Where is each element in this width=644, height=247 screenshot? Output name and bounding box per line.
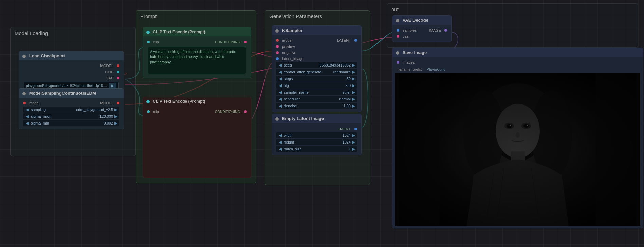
scheduler-widget[interactable]: ◀ scheduler normal ▶ xyxy=(276,96,357,102)
ksampler-negative-dot xyxy=(276,51,279,54)
ksampler-positive-input: positive xyxy=(275,44,358,49)
clip-negative-body: clip CONDITIONING xyxy=(143,106,251,117)
height-increase-btn[interactable]: ▶ xyxy=(352,140,355,145)
steps-decrease-btn[interactable]: ◀ xyxy=(278,76,282,81)
sampler-decrease-btn[interactable]: ◀ xyxy=(278,90,282,95)
save-image-filename-row: filename_prefix Playground xyxy=(395,66,640,73)
control-increase-btn[interactable]: ▶ xyxy=(352,70,355,74)
batch-value: 1 xyxy=(349,147,352,151)
steps-widget[interactable]: ◀ steps 50 ▶ xyxy=(276,76,357,82)
sigma-min-increase-btn[interactable]: ▶ xyxy=(114,121,117,126)
batch-label: batch_size xyxy=(282,147,349,151)
empty-latent-output: LATENT xyxy=(275,126,358,132)
model-sampling-title: ModelSamplingContinuousEDM xyxy=(19,89,124,98)
group-out-title: out xyxy=(387,4,638,15)
sigma-min-widget[interactable]: ◀ sigma_min 0.002 ▶ xyxy=(23,120,119,126)
sampling-increase-btn[interactable]: ▶ xyxy=(114,107,117,112)
cfg-increase-btn[interactable]: ▶ xyxy=(352,83,355,88)
empty-latent-title: Empty Latent Image xyxy=(272,114,361,123)
batch-increase-btn[interactable]: ▶ xyxy=(352,147,355,151)
ksampler-negative-label: negative xyxy=(280,51,357,55)
filename-prefix-value[interactable]: Playground xyxy=(424,66,448,72)
samples-input-label: samples xyxy=(401,28,422,32)
vae-decode-status-dot xyxy=(396,19,399,22)
height-decrease-btn[interactable]: ◀ xyxy=(278,140,282,145)
seed-increase-btn[interactable]: ▶ xyxy=(352,63,355,68)
cfg-label: cfg xyxy=(282,83,346,88)
control-decrease-btn[interactable]: ◀ xyxy=(278,70,282,74)
conditioning-output-label: CONDITIONING xyxy=(215,40,243,44)
model-output-dot xyxy=(117,64,119,67)
ksampler-model-dot xyxy=(276,39,279,42)
clip-label: CLIP xyxy=(23,70,115,74)
sampling-decrease-btn[interactable]: ◀ xyxy=(25,107,30,112)
width-value: 1024 xyxy=(343,133,352,137)
seed-widget[interactable]: ◀ seed 556818493415962 ▶ xyxy=(276,62,357,68)
sampler-value: euler xyxy=(343,90,352,94)
height-widget[interactable]: ◀ height 1024 ▶ xyxy=(276,139,357,145)
scheduler-decrease-btn[interactable]: ◀ xyxy=(278,97,282,101)
file-path-browse-button[interactable]: ▶ xyxy=(109,83,116,88)
file-path-text: playground/playground-v2.5-1024px-aesthe… xyxy=(26,84,108,88)
prompt-text-area[interactable]: A woman, looking off into the distance, … xyxy=(148,47,246,74)
preview-svg xyxy=(395,73,640,226)
svg-rect-20 xyxy=(399,73,637,226)
width-increase-btn[interactable]: ▶ xyxy=(352,133,355,138)
steps-increase-btn[interactable]: ▶ xyxy=(352,76,355,81)
sampler-name-widget[interactable]: ◀ sampler_name euler ▶ xyxy=(276,89,357,95)
sigma-min-decrease-btn[interactable]: ◀ xyxy=(25,121,30,126)
node-save-image: Save Image images filename_prefix Playgr… xyxy=(392,48,643,228)
ksampler-title: KSampler xyxy=(272,26,361,35)
clip-prompt-input-dot xyxy=(147,41,150,43)
steps-label: steps xyxy=(282,77,347,81)
vae-decode-samples-input: samples IMAGE xyxy=(395,27,448,33)
sigma-max-value: 120.000 xyxy=(99,114,114,118)
clip-prompt-title: CLIP Text Encode (Prompt) xyxy=(143,27,251,36)
node-load-checkpoint: Load Checkpoint MODEL CLIP VAE playgroun… xyxy=(19,51,124,93)
latent-output-dot xyxy=(354,128,357,130)
conditioning-neg-output-label: CONDITIONING xyxy=(215,109,243,114)
width-decrease-btn[interactable]: ◀ xyxy=(278,133,282,138)
cfg-widget[interactable]: ◀ cfg 3.0 ▶ xyxy=(276,82,357,89)
batch-size-widget[interactable]: ◀ batch_size 1 ▶ xyxy=(276,146,357,152)
save-image-body: images filename_prefix Playground xyxy=(392,57,643,228)
model-output-dot-2 xyxy=(117,102,119,104)
seed-decrease-btn[interactable]: ◀ xyxy=(278,63,282,68)
ksampler-positive-dot xyxy=(276,45,279,48)
sigma-min-value: 0.002 xyxy=(104,121,114,125)
denoise-increase-btn[interactable]: ▶ xyxy=(352,103,355,108)
control-after-widget[interactable]: ◀ control_after_generate randomize ▶ xyxy=(276,69,357,75)
node-ksampler: KSampler model LATENT positive negative … xyxy=(272,25,362,112)
width-label: width xyxy=(282,133,343,137)
denoise-widget[interactable]: ◀ denoise 1.00 ▶ xyxy=(276,103,357,109)
group-prompt-title: Prompt xyxy=(136,11,256,22)
scheduler-label: scheduler xyxy=(282,97,339,101)
ksampler-negative-input: negative xyxy=(275,50,358,55)
cfg-decrease-btn[interactable]: ◀ xyxy=(278,83,282,88)
load-checkpoint-title: Load Checkpoint xyxy=(19,51,124,60)
scheduler-increase-btn[interactable]: ▶ xyxy=(352,97,355,101)
sampler-increase-btn[interactable]: ▶ xyxy=(352,90,355,95)
load-checkpoint-clip-output: CLIP xyxy=(22,69,121,75)
node-empty-latent: Empty Latent Image LATENT ◀ width 1024 ▶… xyxy=(272,114,362,155)
clip-neg-input-label: clip xyxy=(151,110,215,114)
clip-output-dot xyxy=(117,71,119,73)
control-label: control_after_generate xyxy=(282,70,333,74)
sampling-widget[interactable]: ◀ sampling edm_playground_v2.5 ▶ xyxy=(23,107,119,113)
height-label: height xyxy=(282,140,343,144)
sigma-max-decrease-btn[interactable]: ◀ xyxy=(25,114,30,119)
ksampler-latent-input-dot xyxy=(276,57,279,60)
save-image-preview xyxy=(395,73,640,226)
ksampler-latent-input-label: latent_image xyxy=(280,57,357,61)
denoise-decrease-btn[interactable]: ◀ xyxy=(278,103,282,108)
model-input-dot xyxy=(23,102,26,104)
clip-negative-clip-input: clip CONDITIONING xyxy=(146,109,248,114)
empty-latent-body: LATENT ◀ width 1024 ▶ ◀ height 1024 ▶ ◀ … xyxy=(272,123,361,155)
width-widget[interactable]: ◀ width 1024 ▶ xyxy=(276,132,357,138)
batch-decrease-btn[interactable]: ◀ xyxy=(278,147,282,151)
model-sampling-body: model MODEL ◀ sampling edm_playground_v2… xyxy=(19,98,124,129)
ksampler-body: model LATENT positive negative latent_im… xyxy=(272,35,361,112)
sigma-max-increase-btn[interactable]: ▶ xyxy=(114,114,117,119)
sigma-max-widget[interactable]: ◀ sigma_max 120.000 ▶ xyxy=(23,113,119,119)
clip-negative-title: CLIP Text Encode (Prompt) xyxy=(143,97,251,106)
